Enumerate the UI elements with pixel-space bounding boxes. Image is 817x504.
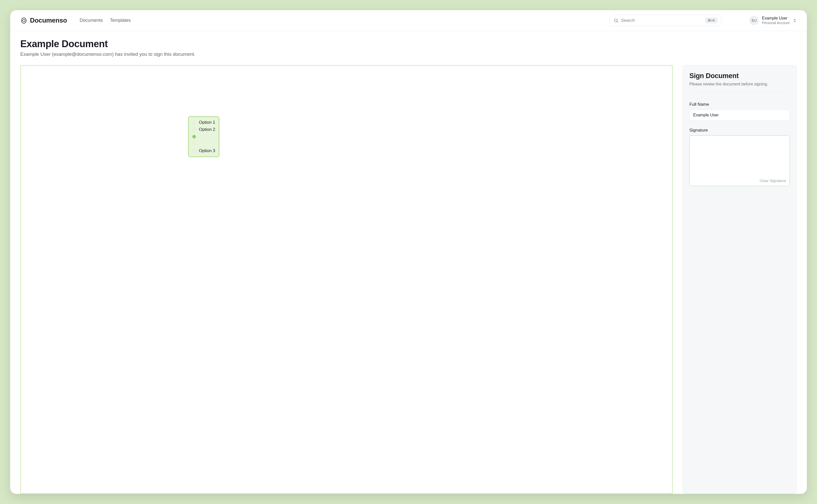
nav-documents[interactable]: Documents [80,18,103,23]
radio-option[interactable]: Option 1 [192,119,215,125]
radio-option[interactable] [192,134,215,140]
search-shortcut: ⌘+K [705,17,718,23]
svg-line-2 [617,21,618,22]
document-viewer[interactable]: Option 1 Option 2 [20,65,673,494]
radio-icon [192,128,196,131]
radio-icon [192,135,196,138]
full-name-input[interactable] [689,110,790,121]
header: Documenso Documents Templates Search ⌘+K… [10,10,807,31]
main-row: Option 1 Option 2 [20,65,797,494]
main-nav: Documents Templates [80,18,131,23]
documenso-logo-icon [20,17,27,24]
search-placeholder: Search [621,18,703,23]
radio-option[interactable]: Option 2 [192,127,215,133]
radio-label: Option 3 [199,148,215,153]
sign-panel-subtext: Please review the document before signin… [689,82,790,86]
sign-panel: Sign Document Please review the document… [683,65,797,494]
page-title: Example Document [20,39,797,49]
signature-pad[interactable]: Clear Signature [689,135,790,186]
account-name: Example User [762,16,790,21]
account-type: Personal Account [762,21,790,25]
radio-label: Option 2 [199,127,215,132]
clear-signature-button[interactable]: Clear Signature [760,178,786,183]
app-window: Documenso Documents Templates Search ⌘+K… [10,10,807,494]
brand-name: Documenso [30,16,67,24]
search-wrap: Search ⌘+K [610,15,721,26]
sign-panel-title: Sign Document [689,72,790,80]
account-info: Example User Personal Account [762,16,790,25]
radio-option[interactable] [192,141,215,147]
document-page: Option 1 Option 2 [22,67,671,492]
brand[interactable]: Documenso [20,16,67,24]
page-subtext: Example User (example@documenso.com) has… [20,51,797,57]
search-icon [614,18,619,23]
radio-field[interactable]: Option 1 Option 2 [188,116,219,157]
radio-label: Option 1 [199,120,215,125]
avatar: EU [749,16,759,25]
svg-point-0 [23,19,25,22]
search-input[interactable]: Search ⌘+K [610,15,721,26]
chevron-up-down-icon [793,19,797,23]
radio-option[interactable]: Option 3 [192,148,215,154]
content: Example Document Example User (example@d… [10,31,807,494]
account-menu[interactable]: EU Example User Personal Account [749,16,797,25]
signature-label: Signature [689,128,790,133]
radio-icon [192,121,196,124]
radio-icon [192,142,196,146]
full-name-label: Full Name [689,102,790,107]
nav-templates[interactable]: Templates [110,18,131,23]
radio-icon [192,149,196,153]
